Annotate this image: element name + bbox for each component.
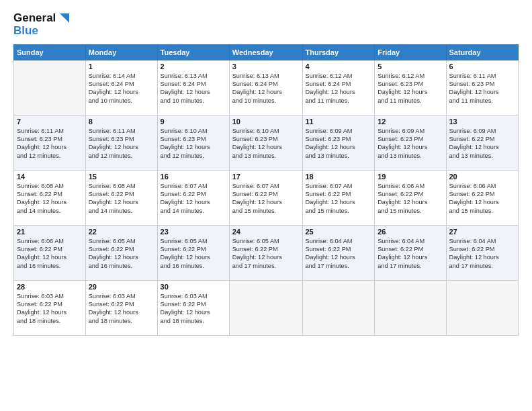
day-number: 10 [232,118,300,126]
col-header-saturday: Saturday [446,44,519,60]
day-info: Sunrise: 6:06 AMSunset: 6:22 PMDaylight:… [17,237,83,271]
day-number: 6 [449,62,516,71]
calendar-day-cell: 23Sunrise: 6:05 AMSunset: 6:22 PMDayligh… [157,225,229,280]
day-number: 19 [378,173,443,181]
day-number: 30 [161,283,226,291]
day-number: 29 [89,283,154,291]
day-info: Sunrise: 6:13 AMSunset: 6:24 PMDaylight:… [161,72,226,105]
day-number: 24 [232,228,300,236]
calendar-day-cell [14,60,86,115]
calendar-day-cell: 17Sunrise: 6:07 AMSunset: 6:22 PMDayligh… [229,170,302,225]
logo-triangle-icon [57,11,72,26]
calendar-page: General Blue SundayMondayTuesdayWednesda… [0,0,532,411]
calendar-day-cell: 3Sunrise: 6:13 AMSunset: 6:24 PMDaylight… [229,60,302,115]
calendar-day-cell [446,280,519,335]
day-number: 25 [306,228,372,236]
calendar-day-cell: 5Sunrise: 6:12 AMSunset: 6:23 PMDaylight… [375,60,446,115]
calendar-table: SundayMondayTuesdayWednesdayThursdayFrid… [13,44,519,336]
day-number: 9 [161,118,226,126]
day-info: Sunrise: 6:04 AMSunset: 6:22 PMDaylight:… [306,237,372,271]
day-info: Sunrise: 6:07 AMSunset: 6:22 PMDaylight:… [232,182,300,216]
day-info: Sunrise: 6:03 AMSunset: 6:22 PMDaylight:… [161,292,226,326]
day-info: Sunrise: 6:08 AMSunset: 6:22 PMDaylight:… [89,182,154,216]
col-header-thursday: Thursday [302,44,375,60]
calendar-day-cell: 24Sunrise: 6:05 AMSunset: 6:22 PMDayligh… [229,225,302,280]
calendar-week-row: 7Sunrise: 6:11 AMSunset: 6:23 PMDaylight… [14,115,519,170]
col-header-friday: Friday [375,44,446,60]
calendar-day-cell: 25Sunrise: 6:04 AMSunset: 6:22 PMDayligh… [302,225,375,280]
day-number: 3 [232,62,300,71]
day-number: 13 [449,118,516,126]
day-info: Sunrise: 6:09 AMSunset: 6:22 PMDaylight:… [449,127,516,161]
day-info: Sunrise: 6:09 AMSunset: 6:23 PMDaylight:… [306,127,372,161]
calendar-day-cell: 12Sunrise: 6:09 AMSunset: 6:23 PMDayligh… [375,115,446,170]
calendar-week-row: 28Sunrise: 6:03 AMSunset: 6:22 PMDayligh… [14,280,519,335]
calendar-day-cell [375,280,446,335]
day-number: 26 [378,228,443,236]
day-number: 2 [161,62,226,71]
day-number: 17 [232,173,300,181]
calendar-day-cell: 15Sunrise: 6:08 AMSunset: 6:22 PMDayligh… [85,170,157,225]
day-info: Sunrise: 6:11 AMSunset: 6:23 PMDaylight:… [449,72,516,105]
calendar-day-cell: 16Sunrise: 6:07 AMSunset: 6:22 PMDayligh… [157,170,229,225]
calendar-day-cell: 6Sunrise: 6:11 AMSunset: 6:23 PMDaylight… [446,60,519,115]
calendar-day-cell: 4Sunrise: 6:12 AMSunset: 6:24 PMDaylight… [302,60,375,115]
day-number: 14 [17,173,83,181]
day-number: 23 [161,228,226,236]
day-number: 4 [306,62,372,71]
day-info: Sunrise: 6:10 AMSunset: 6:23 PMDaylight:… [161,127,226,161]
calendar-week-row: 1Sunrise: 6:14 AMSunset: 6:24 PMDaylight… [14,60,519,115]
calendar-day-cell: 22Sunrise: 6:05 AMSunset: 6:22 PMDayligh… [85,225,157,280]
day-number: 18 [306,173,372,181]
day-number: 20 [449,173,516,181]
day-info: Sunrise: 6:14 AMSunset: 6:24 PMDaylight:… [89,72,154,105]
day-number: 12 [378,118,443,126]
calendar-day-cell: 13Sunrise: 6:09 AMSunset: 6:22 PMDayligh… [446,115,519,170]
day-number: 5 [378,62,443,71]
calendar-day-cell: 28Sunrise: 6:03 AMSunset: 6:22 PMDayligh… [14,280,86,335]
day-number: 21 [17,228,83,236]
calendar-week-row: 21Sunrise: 6:06 AMSunset: 6:22 PMDayligh… [14,225,519,280]
calendar-day-cell: 29Sunrise: 6:03 AMSunset: 6:22 PMDayligh… [85,280,157,335]
day-info: Sunrise: 6:06 AMSunset: 6:22 PMDaylight:… [378,182,443,216]
header: General Blue [13,11,519,38]
logo-wordmark: General Blue [13,11,72,38]
calendar-day-cell: 19Sunrise: 6:06 AMSunset: 6:22 PMDayligh… [375,170,446,225]
day-number: 22 [89,228,154,236]
day-info: Sunrise: 6:07 AMSunset: 6:22 PMDaylight:… [161,182,226,216]
day-number: 1 [89,62,154,71]
day-info: Sunrise: 6:12 AMSunset: 6:23 PMDaylight:… [378,72,443,105]
calendar-day-cell: 27Sunrise: 6:04 AMSunset: 6:22 PMDayligh… [446,225,519,280]
day-info: Sunrise: 6:06 AMSunset: 6:22 PMDaylight:… [449,182,516,216]
col-header-sunday: Sunday [14,44,86,60]
day-info: Sunrise: 6:03 AMSunset: 6:22 PMDaylight:… [17,292,83,326]
calendar-day-cell: 9Sunrise: 6:10 AMSunset: 6:23 PMDaylight… [157,115,229,170]
day-number: 7 [17,118,83,126]
day-number: 8 [89,118,154,126]
col-header-wednesday: Wednesday [229,44,302,60]
calendar-day-cell: 14Sunrise: 6:08 AMSunset: 6:22 PMDayligh… [14,170,86,225]
day-number: 11 [306,118,372,126]
calendar-day-cell: 11Sunrise: 6:09 AMSunset: 6:23 PMDayligh… [302,115,375,170]
calendar-day-cell: 8Sunrise: 6:11 AMSunset: 6:23 PMDaylight… [85,115,157,170]
day-info: Sunrise: 6:05 AMSunset: 6:22 PMDaylight:… [232,237,300,271]
svg-marker-0 [60,13,69,23]
calendar-day-cell [302,280,375,335]
day-info: Sunrise: 6:04 AMSunset: 6:22 PMDaylight:… [378,237,443,271]
day-number: 15 [89,173,154,181]
calendar-day-cell: 30Sunrise: 6:03 AMSunset: 6:22 PMDayligh… [157,280,229,335]
col-header-monday: Monday [85,44,157,60]
calendar-header-row: SundayMondayTuesdayWednesdayThursdayFrid… [14,44,519,60]
col-header-tuesday: Tuesday [157,44,229,60]
calendar-day-cell: 7Sunrise: 6:11 AMSunset: 6:23 PMDaylight… [14,115,86,170]
calendar-day-cell [229,280,302,335]
day-number: 16 [161,173,226,181]
calendar-day-cell: 10Sunrise: 6:10 AMSunset: 6:23 PMDayligh… [229,115,302,170]
day-info: Sunrise: 6:03 AMSunset: 6:22 PMDaylight:… [89,292,154,326]
calendar-day-cell: 20Sunrise: 6:06 AMSunset: 6:22 PMDayligh… [446,170,519,225]
calendar-day-cell: 18Sunrise: 6:07 AMSunset: 6:22 PMDayligh… [302,170,375,225]
day-info: Sunrise: 6:08 AMSunset: 6:22 PMDaylight:… [17,182,83,216]
day-info: Sunrise: 6:05 AMSunset: 6:22 PMDaylight:… [89,237,154,271]
calendar-day-cell: 2Sunrise: 6:13 AMSunset: 6:24 PMDaylight… [157,60,229,115]
day-info: Sunrise: 6:13 AMSunset: 6:24 PMDaylight:… [232,72,300,105]
